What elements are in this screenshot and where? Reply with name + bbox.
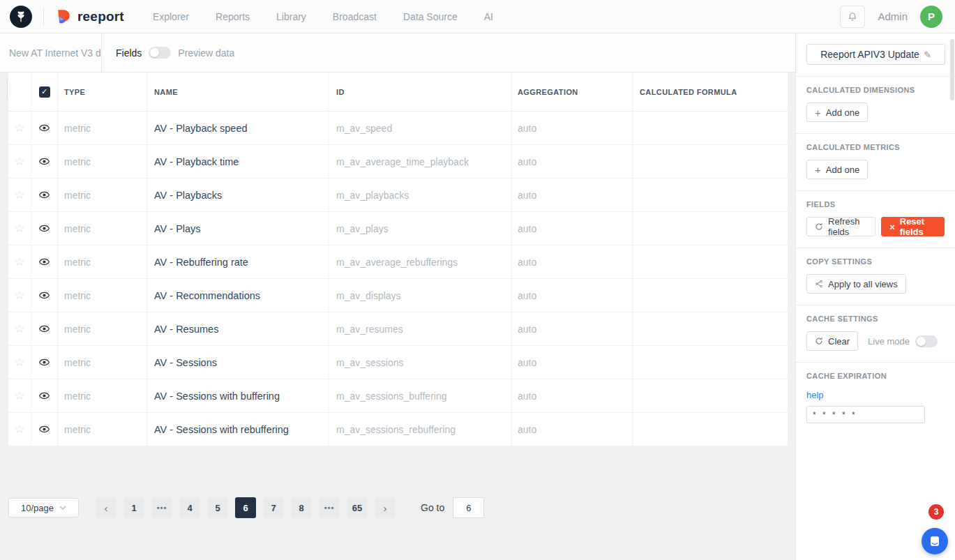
- cell-name[interactable]: AV - Playbacks: [154, 190, 222, 201]
- cell-name[interactable]: AV - Playback speed: [154, 123, 248, 134]
- cell-aggregation[interactable]: auto: [518, 324, 536, 335]
- prev-page-button[interactable]: ‹: [96, 497, 116, 518]
- favorite-star-icon[interactable]: ☆: [14, 323, 24, 335]
- cell-aggregation[interactable]: auto: [518, 123, 536, 134]
- cell-aggregation[interactable]: auto: [518, 156, 536, 167]
- page-ellipsis-button[interactable]: •••: [151, 497, 172, 518]
- favorite-star-icon[interactable]: ☆: [14, 423, 24, 435]
- cell-name[interactable]: AV - Sessions with buffering: [154, 391, 280, 402]
- cell-aggregation[interactable]: auto: [518, 257, 536, 268]
- visibility-eye-icon[interactable]: [39, 391, 50, 401]
- cell-name[interactable]: AV - Playback time: [154, 156, 239, 167]
- column-header-formula[interactable]: CALCULATED FORMULA: [640, 88, 737, 96]
- cell-name[interactable]: AV - Recommendations: [154, 290, 260, 301]
- refresh-fields-button[interactable]: Refresh fields: [806, 217, 875, 236]
- visibility-eye-icon[interactable]: [39, 190, 50, 200]
- favorite-star-icon[interactable]: ☆: [14, 122, 24, 134]
- cache-settings-section: CACHE SETTINGS Clear Live mode: [796, 305, 955, 362]
- view-tab[interactable]: New AT Internet V3 d...: [0, 33, 102, 72]
- favorite-star-icon[interactable]: ☆: [14, 222, 24, 234]
- favorite-star-icon[interactable]: ☆: [14, 356, 24, 368]
- column-header-type[interactable]: TYPE: [64, 88, 85, 96]
- cell-aggregation[interactable]: auto: [518, 357, 536, 368]
- select-all-checkbox[interactable]: ✓: [39, 86, 50, 98]
- add-calculated-dimension-button[interactable]: + Add one: [806, 103, 868, 122]
- pagination: 10/page ‹ 1 ••• 4 5 6 7 8 ••• 65 › Go to: [8, 491, 788, 524]
- cell-name[interactable]: AV - Sessions: [154, 357, 217, 368]
- favorite-star-icon[interactable]: ☆: [14, 289, 24, 301]
- table-row: ☆ metric AV - Rebuffering rate m_av_aver…: [8, 245, 788, 279]
- page-button[interactable]: 65: [347, 497, 368, 518]
- refresh-icon: [815, 337, 823, 345]
- visibility-eye-icon[interactable]: [39, 424, 50, 434]
- visibility-eye-icon[interactable]: [39, 257, 50, 267]
- visibility-eye-icon[interactable]: [39, 156, 50, 167]
- cell-aggregation[interactable]: auto: [518, 223, 536, 234]
- nav-item[interactable]: AI: [471, 0, 506, 33]
- cell-name[interactable]: AV - Resumes: [154, 324, 218, 335]
- favorite-star-icon[interactable]: ☆: [14, 390, 24, 402]
- cell-aggregation[interactable]: auto: [518, 391, 536, 402]
- avatar[interactable]: P: [920, 6, 942, 28]
- page-button[interactable]: 6: [235, 497, 256, 518]
- cell-aggregation[interactable]: auto: [518, 424, 536, 435]
- live-mode-toggle[interactable]: [915, 335, 938, 347]
- visibility-eye-icon[interactable]: [39, 223, 50, 234]
- cell-aggregation[interactable]: auto: [518, 190, 536, 201]
- page-button[interactable]: 1: [123, 497, 144, 518]
- add-calculated-metric-button[interactable]: + Add one: [806, 160, 868, 179]
- page-button[interactable]: 5: [207, 497, 228, 518]
- nav-item[interactable]: Reports: [202, 0, 263, 33]
- visibility-eye-icon[interactable]: [39, 324, 50, 334]
- nav-item[interactable]: Data Source: [390, 0, 471, 33]
- nav-item[interactable]: Library: [263, 0, 319, 33]
- next-page-button[interactable]: ›: [375, 497, 396, 518]
- apply-to-all-views-button[interactable]: Apply to all views: [806, 274, 906, 294]
- section-title: CACHE SETTINGS: [806, 315, 945, 323]
- scrollbar-thumb[interactable]: [950, 39, 954, 100]
- page-ellipsis-button[interactable]: •••: [319, 497, 340, 518]
- help-link[interactable]: help: [806, 390, 824, 400]
- favorite-star-icon[interactable]: ☆: [14, 189, 24, 201]
- page-button[interactable]: 4: [179, 497, 200, 518]
- page-button[interactable]: 7: [263, 497, 284, 518]
- page-size-select[interactable]: 10/page: [8, 498, 79, 517]
- org-logo[interactable]: [10, 6, 32, 28]
- visibility-eye-icon[interactable]: [39, 290, 50, 301]
- clear-cache-button[interactable]: Clear: [806, 331, 858, 351]
- column-header-name[interactable]: NAME: [154, 88, 178, 96]
- edit-pencil-icon[interactable]: ✎: [924, 50, 931, 60]
- admin-label[interactable]: Admin: [878, 10, 908, 22]
- column-header-aggregation[interactable]: AGGREGATION: [518, 88, 578, 96]
- column-header-id[interactable]: ID: [336, 88, 345, 96]
- favorite-star-icon[interactable]: ☆: [14, 256, 24, 268]
- cell-id: m_av_sessions_rebuffering: [336, 424, 456, 435]
- fields-section: FIELDS Refresh fields × Reset fields: [796, 191, 955, 248]
- reset-fields-button[interactable]: × Reset fields: [881, 217, 945, 236]
- cell-id: m_av_average_time_playback: [336, 156, 469, 167]
- chevron-down-icon: [59, 506, 66, 510]
- refresh-icon: [815, 222, 823, 231]
- share-icon: [815, 280, 823, 288]
- goto-page-input[interactable]: [453, 497, 484, 518]
- cell-name[interactable]: AV - Plays: [154, 223, 201, 234]
- cell-type: metric: [64, 324, 91, 335]
- view-name-input[interactable]: Reeport APIV3 Update ✎: [806, 44, 945, 65]
- fields-preview-toggle[interactable]: [149, 47, 171, 59]
- visibility-eye-icon[interactable]: [39, 357, 50, 368]
- nav-item[interactable]: Broadcast: [319, 0, 390, 33]
- cache-expiration-input[interactable]: [806, 406, 925, 423]
- visibility-eye-icon[interactable]: [39, 123, 50, 133]
- main-nav: Explorer Reports Library Broadcast Data …: [140, 0, 506, 33]
- top-nav-bar: reeport Explorer Reports Library Broadca…: [0, 0, 955, 33]
- cell-aggregation[interactable]: auto: [518, 290, 536, 301]
- notifications-button[interactable]: [840, 6, 865, 28]
- page-button[interactable]: 8: [291, 497, 312, 518]
- cell-name[interactable]: AV - Rebuffering rate: [154, 257, 248, 268]
- favorite-star-icon[interactable]: ☆: [14, 156, 24, 167]
- nav-item[interactable]: Explorer: [140, 0, 202, 33]
- chat-launcher-button[interactable]: [922, 528, 948, 554]
- brand-logo[interactable]: reeport: [55, 8, 124, 25]
- cache-expiration-section: CACHE EXPIRATION help: [796, 363, 955, 434]
- cell-name[interactable]: AV - Sessions with rebuffering: [154, 424, 289, 435]
